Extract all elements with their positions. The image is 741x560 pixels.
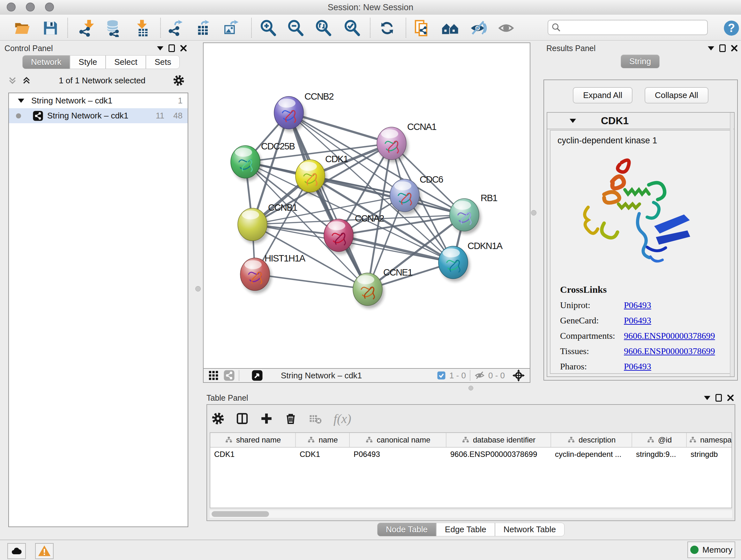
crosslink-link[interactable]: P06493	[624, 315, 651, 326]
warning-status-button[interactable]	[35, 543, 54, 559]
float-panel-icon[interactable]	[716, 394, 722, 401]
crosslink-link[interactable]: 9606.ENSP00000378699	[624, 331, 715, 341]
pan-crosshair-icon[interactable]	[512, 369, 525, 382]
tab-network-table[interactable]: Network Table	[495, 523, 564, 537]
table-cell[interactable]: stringdb:9...	[632, 448, 687, 461]
table-cell[interactable]: CDK1	[296, 448, 350, 461]
column-header-name[interactable]: name	[296, 433, 350, 447]
network-view-share-icon[interactable]	[223, 370, 235, 381]
float-panel-icon[interactable]	[169, 44, 175, 52]
left-splitter-handle[interactable]	[195, 286, 201, 292]
tab-select[interactable]: Select	[106, 55, 146, 69]
network-node-CCNA1[interactable]	[377, 127, 408, 163]
network-node-CDKN1A[interactable]	[439, 246, 470, 282]
bottom-splitter-handle[interactable]	[468, 386, 473, 390]
close-panel-icon[interactable]	[727, 394, 734, 401]
import-network-button[interactable]	[77, 19, 95, 37]
export-network-button[interactable]	[167, 19, 185, 37]
network-tree-child-row[interactable]: String Network – cdk1 11 48	[9, 108, 188, 123]
right-splitter-handle[interactable]	[531, 210, 536, 215]
zoom-selected-button[interactable]	[343, 19, 361, 37]
network-canvas[interactable]: CCNB2CCNA1CDC25BCDK1CDC6RB1CCNB1CCNA2CDK…	[203, 43, 530, 369]
help-button[interactable]: ?	[723, 19, 740, 37]
table-cell[interactable]: CDK1	[210, 448, 296, 461]
show-columns-icon[interactable]	[236, 412, 249, 425]
network-node-CDK1[interactable]	[295, 160, 327, 195]
delete-table-icon[interactable]	[309, 412, 322, 425]
results-scrollbar[interactable]	[730, 113, 733, 376]
column-header-canonical-name[interactable]: canonical name	[350, 433, 447, 447]
refresh-icon	[378, 19, 396, 37]
import-table-icon	[133, 19, 151, 37]
column-tree-icon	[365, 436, 374, 444]
first-neighbors-button[interactable]	[441, 19, 459, 37]
birds-eye-view-icon[interactable]	[252, 370, 263, 381]
table-hscrollbar-thumb[interactable]	[212, 511, 269, 517]
open-session-button[interactable]	[13, 19, 31, 37]
column-header-description[interactable]: description	[551, 433, 632, 447]
cloud-status-button[interactable]	[7, 543, 26, 559]
network-tree-root-row[interactable]: String Network – cdk1 1	[9, 93, 188, 108]
table-cell[interactable]: P06493	[350, 448, 447, 461]
table-row[interactable]: CDK1CDK1P064939606.ENSP00000378699cyclin…	[210, 448, 731, 461]
delete-column-icon[interactable]	[284, 412, 297, 425]
tab-node-table[interactable]: Node Table	[377, 523, 436, 537]
gear-icon[interactable]	[173, 75, 185, 86]
network-node-RB1[interactable]	[450, 199, 481, 234]
zoom-in-button[interactable]	[259, 19, 277, 37]
function-builder-icon[interactable]: f(x)	[333, 411, 351, 426]
network-node-CCNB2[interactable]	[274, 97, 306, 132]
crosslink-link[interactable]: 9606.ENSP00000378699	[624, 346, 715, 356]
houses-icon	[441, 19, 459, 37]
collapse-all-icon[interactable]	[8, 76, 17, 85]
close-panel-icon[interactable]	[731, 45, 738, 52]
collapse-all-button[interactable]: Collapse All	[645, 87, 709, 104]
crosslink-link[interactable]: P06493	[624, 300, 651, 310]
hide-selected-button[interactable]	[469, 19, 487, 37]
float-panel-icon[interactable]	[719, 44, 726, 52]
column-header-namespace[interactable]: namespace	[687, 433, 732, 447]
entry-disclosure-icon[interactable]	[569, 119, 576, 123]
search-input[interactable]	[564, 23, 707, 32]
collapse-panel-icon[interactable]	[157, 46, 163, 51]
table-gear-icon[interactable]	[212, 412, 224, 425]
hidden-eye-slash-icon[interactable]	[474, 370, 485, 381]
network-node-CCNE1[interactable]	[353, 273, 384, 308]
expand-all-icon[interactable]	[22, 76, 31, 85]
network-node-CDC25B[interactable]	[231, 145, 262, 181]
zoom-fit-button[interactable]	[314, 19, 332, 37]
show-all-button[interactable]	[497, 19, 515, 37]
tree-disclosure-icon[interactable]	[18, 99, 24, 103]
column-header--id[interactable]: @id	[632, 433, 687, 447]
import-network-from-database-button[interactable]	[105, 19, 122, 37]
table-cell[interactable]: cyclin-dependent ...	[551, 448, 632, 461]
table-cell[interactable]: stringdb	[687, 448, 732, 461]
save-session-button[interactable]	[42, 19, 59, 37]
zoom-out-button[interactable]	[286, 19, 305, 37]
close-panel-icon[interactable]	[180, 45, 187, 52]
table-cell[interactable]: 9606.ENSP00000378699	[447, 448, 551, 461]
tab-edge-table[interactable]: Edge Table	[436, 523, 495, 537]
tab-string[interactable]: String	[621, 55, 660, 68]
column-header-database-identifier[interactable]: database identifier	[447, 433, 551, 447]
collapse-panel-icon[interactable]	[704, 396, 711, 400]
grid-view-icon[interactable]	[208, 370, 219, 381]
tab-network[interactable]: Network	[22, 55, 70, 69]
expand-all-button[interactable]: Expand All	[573, 87, 632, 104]
crosslink-link[interactable]: P06493	[624, 361, 651, 372]
tab-sets[interactable]: Sets	[146, 55, 180, 69]
export-table-button[interactable]	[194, 19, 212, 37]
apply-layout-button[interactable]	[378, 19, 396, 37]
collapse-panel-icon[interactable]	[708, 46, 714, 51]
clone-network-button[interactable]	[413, 19, 431, 37]
network-edge-HIST1H1A-CCNE1[interactable]	[255, 274, 367, 289]
import-table-button[interactable]	[133, 19, 151, 37]
add-column-icon[interactable]	[260, 412, 273, 425]
memory-button[interactable]: Memory	[687, 542, 735, 558]
node-result-header[interactable]: CDK1	[547, 113, 734, 129]
tab-style[interactable]: Style	[70, 55, 106, 69]
export-image-button[interactable]	[222, 19, 240, 37]
table-hscrollbar[interactable]	[210, 510, 732, 518]
selected-checkbox-icon[interactable]	[436, 371, 446, 380]
column-header-shared-name[interactable]: shared name	[210, 433, 296, 447]
